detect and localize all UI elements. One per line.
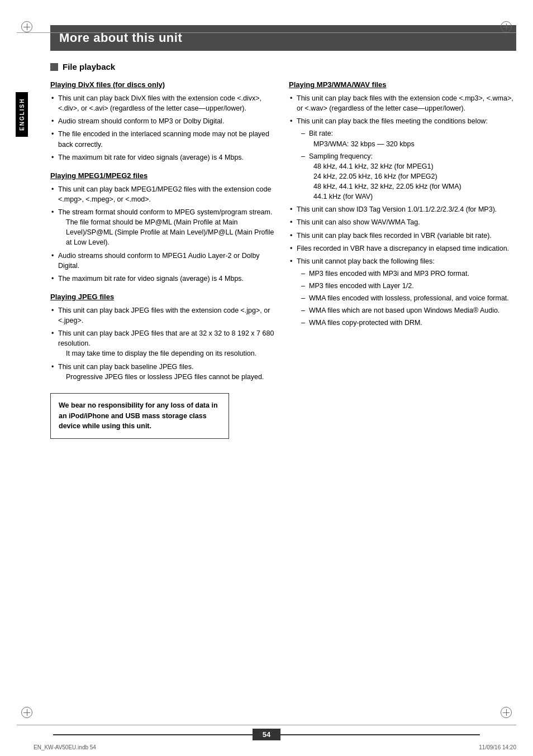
top-border-line [17,32,516,33]
list-item: This unit can also show WAV/WMA Tag. [289,217,516,227]
list-item: Audio streams should conform to MPEG1 Au… [50,251,278,271]
file-playback-heading: File playback [50,62,516,71]
dash-item: MP3 files encoded with MP3i and MP3 PRO … [301,269,516,279]
dash-item: Sampling frequency: 48 kHz, 44.1 kHz, 32… [301,151,516,202]
dash-item: Bit rate: MP3/WMA: 32 kbps — 320 kbps [301,128,516,149]
page-footer: 54 [0,729,533,740]
right-column: Playing MP3/WMA/WAV files This unit can … [289,80,516,439]
dash-item: WMA files which are not based upon Windo… [301,305,516,315]
crosshair-bl [21,707,32,718]
section-heading-label: File playback [63,62,115,71]
dash-item: WMA files encoded with lossless, profess… [301,293,516,303]
mp3-wma-wav-title: Playing MP3/WMA/WAV files [289,80,516,89]
list-item: This unit can play back the files meetin… [289,116,516,202]
warning-box: We bear no responsibility for any loss o… [50,393,229,439]
dash-item: MP3 files encoded with Layer 1/2. [301,281,516,291]
mpeg-title: Playing MPEG1/MPEG2 files [50,171,278,180]
divx-title: Playing DivX files (for discs only) [50,80,278,89]
jpeg-title: Playing JPEG files [50,293,278,301]
left-column: Playing DivX files (for discs only) This… [50,80,278,439]
two-column-layout: Playing DivX files (for discs only) This… [50,80,516,439]
doc-filename: EN_KW-AV50EU.indb 54 [34,744,96,750]
list-item: The maximum bit rate for video signals (… [50,152,278,162]
list-item: The file encoded in the interlaced scann… [50,129,278,149]
list-item: This unit can play back JPEG files that … [50,328,278,358]
list-item: This unit can play back MPEG1/MPEG2 file… [50,184,278,204]
mpeg-stream-note: The file format should be MP@ML (Main Pr… [66,217,278,247]
list-item: This unit can play back files with the e… [289,93,516,113]
dash-item: WMA files copy-protected with DRM. [301,318,516,328]
list-item: The stream format should conform to MPEG… [50,207,278,248]
page-container: ENGLISH More about this unit File playba… [0,0,533,756]
list-item: This unit cannot play back the following… [289,256,516,328]
crosshair-br [501,707,512,718]
list-item: This unit can play back baseline JPEG fi… [50,362,278,382]
list-item: This unit can play back DivX files with … [50,93,278,113]
bottom-border-line [17,725,516,725]
conditions-list: Bit rate: MP3/WMA: 32 kbps — 320 kbps Sa… [301,128,516,202]
jpeg-progressive-note: Progressive JPEG files or lossless JPEG … [66,372,278,382]
list-item: Files recorded in VBR have a discrepancy… [289,243,516,253]
doc-footer: EN_KW-AV50EU.indb 54 11/09/16 14:20 [34,744,516,750]
section-icon [50,63,58,71]
jpeg-bullet-list: This unit can play back JPEG files with … [50,305,278,382]
mpeg-bullet-list: This unit can play back MPEG1/MPEG2 file… [50,184,278,284]
crosshair-tl [21,21,32,32]
cannot-play-list: MP3 files encoded with MP3i and MP3 PRO … [301,269,516,328]
list-item: The maximum bit rate for video signals (… [50,274,278,284]
language-sidebar: ENGLISH [16,92,28,137]
mp3-bullet-list: This unit can play back files with the e… [289,93,516,328]
list-item: This unit can play back files recorded i… [289,231,516,241]
jpeg-res-note: It may take time to display the file dep… [66,348,278,358]
page-title: More about this unit [50,25,516,51]
list-item: This unit can show ID3 Tag Version 1.0/1… [289,204,516,214]
main-content: More about this unit File playback Playi… [50,25,516,439]
doc-timestamp: 11/09/16 14:20 [479,744,516,750]
list-item: Audio stream should conform to MP3 or Do… [50,116,278,126]
crosshair-tr [501,21,512,32]
list-item: This unit can play back JPEG files with … [50,305,278,326]
divx-bullet-list: This unit can play back DivX files with … [50,93,278,162]
page-number: 54 [253,729,280,740]
